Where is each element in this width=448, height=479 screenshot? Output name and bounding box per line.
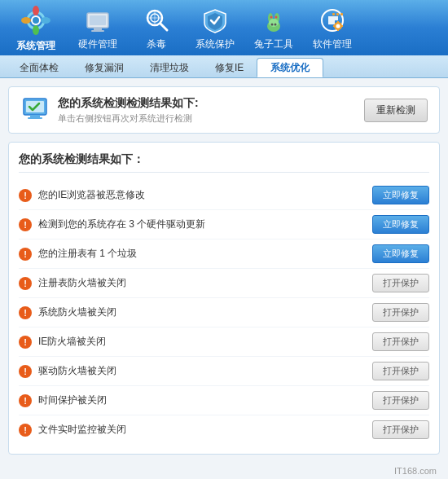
nav-item-kill[interactable]: 杀毒 xyxy=(127,0,186,56)
result-left-3: !注册表防火墙被关闭 xyxy=(19,276,372,290)
svg-point-22 xyxy=(269,19,279,27)
protect-button[interactable]: 打开保护 xyxy=(372,362,429,380)
warning-icon: ! xyxy=(19,336,32,349)
warning-icon: ! xyxy=(19,424,32,437)
tab-sysopt[interactable]: 系统优化 xyxy=(257,58,323,77)
table-row: !系统防火墙被关闭打开保护 xyxy=(19,298,429,327)
result-left-8: !文件实时监控被关闭 xyxy=(19,423,372,437)
summary-info: 您的系统检测检测结果如下: 单击右侧按钮再次对系统进行检测 xyxy=(58,96,199,125)
warning-icon: ! xyxy=(19,277,32,290)
nav-item-protect[interactable]: 系统保护 xyxy=(186,0,244,56)
result-left-2: !您的注册表有 1 个垃圾 xyxy=(19,247,372,261)
tab-cleantrash[interactable]: 清理垃圾 xyxy=(137,58,202,77)
result-left-4: !系统防火墙被关闭 xyxy=(19,305,372,319)
nav-label-tools: 兔子工具 xyxy=(254,37,293,51)
nav-label-protect: 系统保护 xyxy=(195,37,235,51)
main-content: 您的系统检测检测结果如下: 单击右侧按钮再次对系统进行检测 重新检测 您的系统检… xyxy=(0,78,448,479)
summary-subtitle: 单击右侧按钮再次对系统进行检测 xyxy=(58,112,199,125)
summary-title: 您的系统检测检测结果如下: xyxy=(58,96,199,111)
rabbit-icon xyxy=(258,5,289,36)
result-text: 您的IE浏览器被恶意修改 xyxy=(38,188,145,202)
nav-item-hardware[interactable]: 硬件管理 xyxy=(68,0,127,56)
svg-point-3 xyxy=(41,17,51,24)
protect-button[interactable]: 打开保护 xyxy=(372,332,429,351)
table-row: !时间保护被关闭打开保护 xyxy=(19,386,429,415)
tab-repairIE[interactable]: 修复IE xyxy=(202,58,257,77)
warning-icon: ! xyxy=(19,306,32,319)
svg-rect-9 xyxy=(90,15,106,25)
result-rows-container: !您的IE浏览器被恶意修改立即修复!检测到您的系统存在 3 个硬件驱动更新立即修… xyxy=(19,181,429,444)
fix-button[interactable]: 立即修复 xyxy=(372,215,429,234)
warning-icon: ! xyxy=(19,394,32,407)
table-row: !文件实时监控被关闭打开保护 xyxy=(19,415,429,444)
nav-item-tools[interactable]: 兔子工具 xyxy=(244,0,303,56)
svg-rect-28 xyxy=(340,13,343,15)
result-text: 时间保护被关闭 xyxy=(38,393,107,407)
protect-button[interactable]: 打开保护 xyxy=(372,391,429,410)
result-left-7: !时间保护被关闭 xyxy=(19,393,372,407)
result-text: 文件实时监控被关闭 xyxy=(38,423,126,437)
result-text: 驱动防火墙被关闭 xyxy=(38,364,116,378)
summary-computer-icon xyxy=(20,95,50,125)
warning-icon: ! xyxy=(19,365,32,378)
result-left-6: !驱动防火墙被关闭 xyxy=(19,364,372,378)
nav-label-hardware: 硬件管理 xyxy=(78,37,117,51)
warning-icon: ! xyxy=(19,248,32,261)
svg-rect-11 xyxy=(91,30,104,32)
tab-repairclean[interactable]: 修复漏洞 xyxy=(72,58,137,77)
svg-rect-37 xyxy=(30,115,40,117)
nav-item-software[interactable]: 软件管理 xyxy=(303,0,362,56)
shield-icon xyxy=(200,5,231,36)
table-row: !注册表防火墙被关闭打开保护 xyxy=(19,269,429,298)
svg-point-4 xyxy=(33,25,39,35)
result-text: 您的注册表有 1 个垃圾 xyxy=(38,247,137,261)
nav-label-software: 软件管理 xyxy=(313,37,352,51)
svg-rect-26 xyxy=(332,13,335,15)
svg-point-7 xyxy=(33,17,39,24)
protect-button[interactable]: 打开保护 xyxy=(372,303,429,322)
result-text: 系统防火墙被关闭 xyxy=(38,305,116,319)
nav-label-kill: 杀毒 xyxy=(147,37,166,51)
svg-point-20 xyxy=(270,15,273,18)
protect-button[interactable]: 打开保护 xyxy=(372,274,429,292)
table-row: !您的IE浏览器被恶意修改立即修复 xyxy=(19,181,429,210)
recheck-button[interactable]: 重新检测 xyxy=(364,99,428,122)
table-row: !驱动防火墙被关闭打开保护 xyxy=(19,357,429,386)
result-left-0: !您的IE浏览器被恶意修改 xyxy=(19,188,372,202)
svg-point-24 xyxy=(275,23,277,25)
app-logo[interactable]: 系统管理 xyxy=(7,3,65,53)
result-left-1: !检测到您的系统存在 3 个硬件驱动更新 xyxy=(19,218,372,231)
summary-banner: 您的系统检测检测结果如下: 单击右侧按钮再次对系统进行检测 重新检测 xyxy=(8,86,440,134)
svg-rect-10 xyxy=(94,28,102,30)
fix-button[interactable]: 立即修复 xyxy=(372,244,429,263)
svg-point-23 xyxy=(271,23,274,25)
svg-point-2 xyxy=(33,6,39,15)
table-row: !您的注册表有 1 个垃圾立即修复 xyxy=(19,240,429,269)
svg-rect-32 xyxy=(337,29,339,31)
svg-point-30 xyxy=(336,24,340,28)
protect-button[interactable]: 打开保护 xyxy=(372,420,429,439)
table-row: !IE防火墙被关闭打开保护 xyxy=(19,327,429,357)
svg-rect-27 xyxy=(336,13,339,15)
svg-point-21 xyxy=(275,15,278,18)
warning-icon: ! xyxy=(19,218,32,231)
app-title: 系统管理 xyxy=(16,39,55,53)
fix-button[interactable]: 立即修复 xyxy=(372,186,429,204)
result-left-5: !IE防火墙被关闭 xyxy=(19,335,372,349)
result-text: 检测到您的系统存在 3 个硬件驱动更新 xyxy=(38,218,205,231)
kill-icon xyxy=(141,5,172,36)
svg-point-5 xyxy=(21,17,31,24)
top-navigation: 系统管理 硬件管理 杀毒 xyxy=(0,0,448,55)
results-section: 您的系统检测结果如下： !您的IE浏览器被恶意修改立即修复!检测到您的系统存在 … xyxy=(8,142,440,455)
software-icon xyxy=(317,5,348,36)
svg-rect-38 xyxy=(28,117,42,119)
hardware-icon xyxy=(82,5,113,36)
tab-fullcheck[interactable]: 全面体检 xyxy=(7,58,72,77)
table-row: !检测到您的系统存在 3 个硬件驱动更新立即修复 xyxy=(19,210,429,240)
svg-line-13 xyxy=(160,24,167,30)
svg-rect-33 xyxy=(333,25,335,27)
tab-bar: 全面体检 修复漏洞 清理垃圾 修复IE 系统优化 xyxy=(0,55,448,78)
results-title: 您的系统检测结果如下： xyxy=(19,152,429,173)
result-text: IE防火墙被关闭 xyxy=(38,335,106,349)
warning-icon: ! xyxy=(19,189,32,202)
